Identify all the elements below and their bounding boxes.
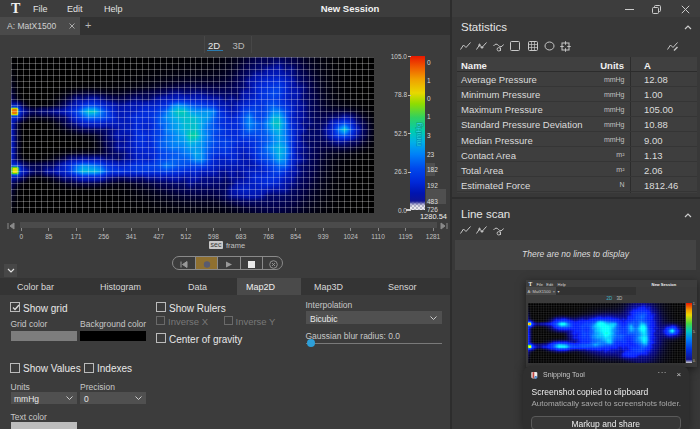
svg-text:mmHg: mmHg xyxy=(414,122,423,146)
